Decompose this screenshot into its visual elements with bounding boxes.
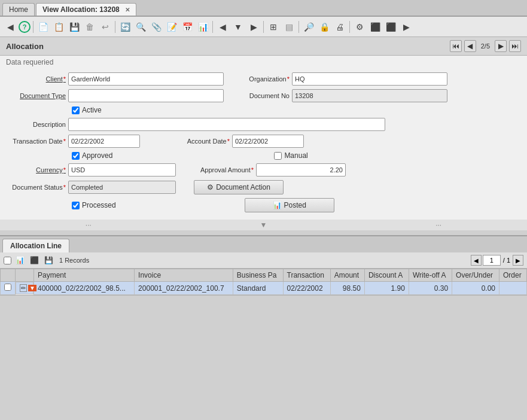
col-payment: Payment — [34, 269, 135, 282]
nav-page-indicator: 2/5 — [479, 42, 492, 50]
nav-down-button[interactable]: ▼ — [231, 20, 245, 34]
sep6 — [349, 21, 350, 33]
grid-view-button[interactable]: ⊞ — [266, 20, 281, 34]
account-date-input[interactable] — [232, 135, 304, 148]
nav-next-record-button[interactable]: ▶ — [495, 40, 507, 52]
grid-page-total: / 1 — [502, 257, 511, 264]
nav-last-button[interactable]: ⏭ — [509, 40, 521, 52]
grid-toolbar: 📊 ⬛ 💾 1 Records ◀ / 1 ▶ — [0, 252, 527, 269]
tab-home[interactable]: Home — [2, 3, 35, 16]
form-view-button[interactable]: ▤ — [282, 20, 296, 34]
refresh-button[interactable]: 🔄 — [118, 20, 132, 34]
print-button[interactable]: 🖨 — [333, 20, 347, 34]
zoom-button[interactable]: 🔎 — [301, 20, 316, 34]
document-status-input[interactable] — [68, 181, 176, 194]
document-no-input[interactable] — [292, 89, 447, 102]
attach-button[interactable]: 📎 — [149, 20, 163, 34]
document-type-input[interactable] — [68, 89, 224, 102]
calendar-button[interactable]: 📅 — [180, 20, 194, 34]
processed-checkbox-group: Processed — [72, 201, 116, 209]
description-input[interactable] — [68, 118, 385, 131]
client-input[interactable] — [68, 72, 224, 86]
transaction-date-group: Transaction Date — [6, 135, 140, 148]
transaction-date-label: Transaction Date — [6, 138, 66, 145]
settings-button[interactable]: ⚙ — [352, 20, 367, 34]
lock-button[interactable]: 🔒 — [317, 20, 331, 34]
tab-view-allocation[interactable]: View Allocation: 13208 ✕ — [36, 3, 136, 16]
form-area: Client Organization Document Type Docume… — [0, 69, 527, 220]
nav-first-button[interactable]: ⏮ — [450, 40, 462, 52]
active-checkbox[interactable] — [72, 106, 80, 114]
account-date-group: Account Date — [170, 135, 304, 148]
grid-nav: ◀ / 1 ▶ — [471, 255, 523, 266]
extra2-button[interactable]: ⬛ — [383, 20, 398, 34]
account-date-label: Account Date — [170, 138, 230, 145]
active-row: Active — [72, 106, 521, 114]
undo-button[interactable]: ↩ — [98, 20, 112, 34]
grid-prev-btn[interactable]: ◀ — [471, 255, 482, 266]
currency-input[interactable] — [68, 163, 176, 176]
cell-writeoff: 0.30 — [409, 282, 452, 295]
sep1 — [33, 21, 33, 33]
col-writeoff: Write-off A — [409, 269, 452, 282]
cell-payment: 400000_02/22/2002_98.5... — [34, 282, 135, 295]
col-transaction: Transaction — [283, 269, 330, 282]
organization-input[interactable] — [292, 72, 447, 86]
document-action-button[interactable]: ⚙ Document Action — [194, 180, 284, 194]
active-checkbox-group: Active — [72, 106, 102, 114]
document-type-label[interactable]: Document Type — [6, 92, 66, 99]
select-all-checkbox[interactable] — [4, 257, 11, 264]
row-select-checkbox[interactable] — [1, 282, 16, 295]
nav-prev-button[interactable]: ◀ — [215, 20, 230, 34]
table-row[interactable]: ✏ ▼ 400000_02/22/2002_98.5... 200001_02/… — [1, 282, 527, 295]
currency-label[interactable]: Currency — [6, 166, 66, 174]
save-button[interactable]: 💾 — [67, 20, 81, 34]
transaction-date-input[interactable] — [68, 135, 140, 148]
help-button[interactable]: ? — [19, 21, 31, 33]
approved-checkbox[interactable] — [72, 152, 80, 160]
allocation-header: Allocation ⏮ ◀ 2/5 ▶ ⏭ — [0, 37, 527, 56]
client-label[interactable]: Client — [6, 75, 66, 83]
grid-copy-row-button[interactable]: ⬛ — [28, 254, 40, 266]
grid-save-button[interactable]: 💾 — [42, 254, 54, 266]
nav-next-button[interactable]: ▶ — [246, 20, 261, 34]
extra1-button[interactable]: ⬛ — [368, 20, 382, 34]
copy-button[interactable]: 📋 — [51, 20, 66, 34]
table-header-row: Payment Invoice Business Pa Transaction … — [1, 269, 527, 282]
grid-next-btn[interactable]: ▶ — [513, 255, 523, 266]
cell-business-partner: Standard — [233, 282, 283, 295]
cell-over-under: 0.00 — [452, 282, 499, 295]
find-button[interactable]: 🔍 — [133, 20, 148, 34]
allocation-line-tab[interactable]: Allocation Line — [2, 239, 69, 252]
client-org-row: Client Organization — [6, 72, 521, 86]
col-over-under: Over/Under — [452, 269, 499, 282]
horizontal-scrollbar[interactable] — [0, 295, 527, 302]
note-button[interactable]: 📝 — [165, 20, 179, 34]
report-button[interactable]: 📊 — [196, 20, 210, 34]
manual-checkbox[interactable] — [274, 152, 282, 160]
processed-posted-row: Processed 📊 Posted — [72, 198, 521, 212]
grid-new-button[interactable]: 📊 — [14, 254, 26, 266]
nav-prev-record-button[interactable]: ◀ — [464, 40, 476, 52]
data-required-notice: Data requeried — [0, 56, 527, 69]
arrow-right-button[interactable]: ▶ — [399, 20, 413, 34]
document-type-group: Document Type — [6, 89, 224, 102]
back-button[interactable]: ◀ — [3, 20, 17, 34]
organization-label: Organization — [230, 75, 290, 83]
approved-manual-row: Approved Manual — [72, 151, 521, 160]
cell-amount: 98.50 — [330, 282, 364, 295]
col-business-partner: Business Pa — [233, 269, 283, 282]
close-tab-icon[interactable]: ✕ — [125, 7, 130, 13]
processed-checkbox[interactable] — [72, 202, 80, 209]
grid-page-input[interactable] — [483, 255, 501, 266]
delete-button[interactable]: 🗑 — [83, 20, 97, 34]
grid-area: 📊 ⬛ 💾 1 Records ◀ / 1 ▶ Payment Invoice … — [0, 252, 527, 295]
col-checkbox — [1, 269, 16, 282]
row-edit-icon[interactable]: ✏ ▼ — [16, 282, 33, 294]
approval-amount-input[interactable] — [256, 163, 346, 176]
document-no-group: Document No — [230, 89, 447, 102]
cell-transaction: 02/22/2002 — [283, 282, 330, 295]
cell-discount: 1.90 — [364, 282, 409, 295]
posted-button[interactable]: 📊 Posted — [245, 198, 334, 212]
new-record-button[interactable]: 📄 — [36, 20, 50, 34]
